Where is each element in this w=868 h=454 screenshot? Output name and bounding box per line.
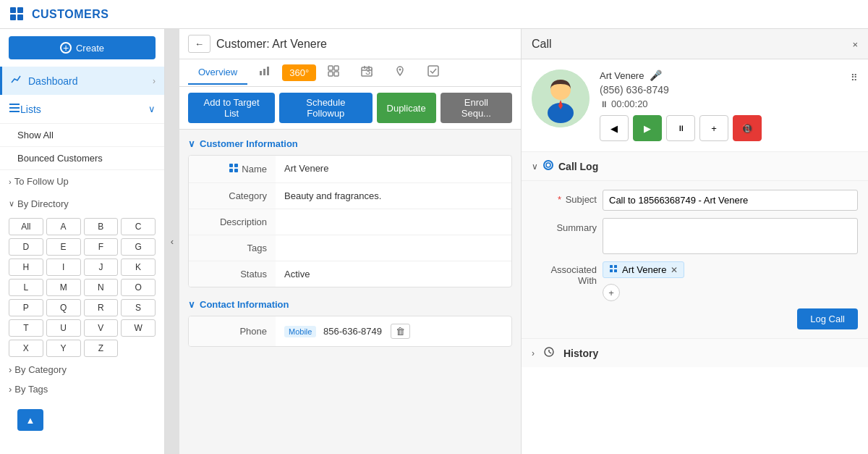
add-to-target-list-button[interactable]: Add to Target List	[188, 93, 275, 123]
detail-content: ∨ Customer Information Name Art Venere C…	[179, 130, 521, 454]
form-row-associated: Associated With Art Venere ✕	[532, 261, 858, 301]
log-call-button[interactable]: Log Call	[797, 308, 858, 329]
history-section[interactable]: › History	[522, 339, 868, 367]
dir-btn-k[interactable]: K	[121, 258, 156, 276]
subject-input[interactable]	[603, 190, 858, 211]
rewind-icon: ◀	[610, 123, 618, 134]
dir-btn-o[interactable]: O	[121, 279, 156, 296]
phone-type-badge: Mobile	[284, 326, 316, 337]
sidebar-item-bounced-customers[interactable]: Bounced Customers	[0, 147, 164, 170]
add-association-button[interactable]: +	[603, 284, 620, 301]
dir-btn-j[interactable]: J	[84, 258, 119, 276]
end-call-button[interactable]: 📵	[733, 115, 762, 141]
dir-btn-p[interactable]: P	[9, 299, 43, 316]
dir-btn-t[interactable]: T	[9, 319, 43, 337]
calendar-icon: 31	[361, 65, 373, 79]
caller-phone: (856) 636-8749	[600, 84, 841, 96]
back-button[interactable]: ←	[188, 35, 210, 53]
dir-btn-i[interactable]: I	[46, 258, 81, 276]
dir-btn-h[interactable]: H	[9, 258, 43, 276]
name-field-icon	[229, 163, 239, 175]
dir-btn-m[interactable]: M	[46, 279, 81, 296]
grid-options-button[interactable]: ⠿	[851, 70, 858, 85]
svg-rect-21	[229, 164, 233, 167]
sidebar-item-lists[interactable]: Lists ∨	[0, 95, 164, 124]
sidebar-collapse-button[interactable]: ‹	[165, 29, 179, 454]
dir-btn-v[interactable]: V	[84, 319, 119, 337]
sidebar-item-dashboard[interactable]: Dashboard ›	[0, 67, 164, 95]
dir-btn-q[interactable]: Q	[46, 299, 81, 316]
dir-btn-n[interactable]: N	[84, 279, 119, 296]
remove-tag-button[interactable]: ✕	[671, 265, 678, 275]
phone-delete-button[interactable]: 🗑	[391, 324, 410, 339]
dir-btn-c[interactable]: C	[121, 218, 156, 235]
dir-btn-z[interactable]: Z	[84, 340, 119, 357]
dir-btn-b[interactable]: B	[84, 218, 119, 235]
enroll-seq-label: Enroll Sequ...	[461, 97, 491, 119]
scroll-to-top-button[interactable]: ▲	[17, 409, 43, 431]
sidebar-section-to-follow-up[interactable]: › To Follow Up	[0, 170, 164, 193]
call-log-ring-icon	[542, 159, 554, 173]
dir-btn-s[interactable]: S	[121, 299, 156, 316]
contact-info-title: Contact Information	[200, 299, 289, 310]
svg-rect-0	[10, 7, 16, 13]
sidebar-section-by-directory[interactable]: ∨ By Directory	[0, 193, 164, 215]
category-label: Category	[189, 183, 276, 209]
name-label: Name	[189, 156, 276, 182]
dir-btn-w[interactable]: W	[121, 319, 156, 337]
dir-btn-d[interactable]: D	[9, 238, 43, 256]
call-log-title: Call Log	[558, 161, 598, 172]
dir-btn-r[interactable]: R	[84, 299, 119, 316]
microphone-icon: 🎤	[650, 70, 662, 81]
add-assoc-icon: +	[608, 287, 614, 298]
dir-btn-a[interactable]: A	[46, 218, 81, 235]
duplicate-button[interactable]: Duplicate	[377, 93, 436, 123]
tab-stats[interactable]	[249, 59, 281, 86]
by-tags-label: By Tags	[14, 384, 48, 395]
dir-btn-g[interactable]: G	[121, 238, 156, 256]
call-log-header[interactable]: ∨ Call Log	[522, 152, 868, 180]
svg-rect-32	[614, 265, 617, 268]
svg-rect-9	[267, 67, 269, 75]
dir-btn-x[interactable]: X	[9, 340, 43, 357]
contact-info-section-header[interactable]: ∨ Contact Information	[188, 299, 512, 310]
customer-info-section-header[interactable]: ∨ Customer Information	[188, 138, 512, 149]
enroll-sequence-button[interactable]: Enroll Sequ...	[441, 93, 512, 123]
svg-point-30	[546, 163, 550, 167]
play-button[interactable]: ▶	[633, 115, 662, 141]
dir-btn-f[interactable]: F	[84, 238, 119, 256]
chart-icon	[11, 74, 22, 88]
tab-calendar[interactable]: 31	[351, 59, 383, 86]
associated-label: Associated With	[532, 261, 597, 286]
equalizer-button[interactable]: ⏸	[666, 115, 695, 141]
rewind-button[interactable]: ◀	[600, 115, 629, 141]
svg-rect-10	[328, 66, 333, 70]
dir-btn-e[interactable]: E	[46, 238, 81, 256]
create-button[interactable]: + Create	[9, 36, 156, 59]
info-row-tags: Tags	[189, 235, 511, 261]
sidebar-section-by-tags[interactable]: › By Tags	[0, 379, 164, 399]
sidebar-section-by-category[interactable]: › By Category	[0, 360, 164, 379]
schedule-followup-button[interactable]: Schedule Followup	[279, 93, 372, 123]
tab-360[interactable]: 360°	[282, 64, 316, 81]
lists-chevron-icon: ∨	[148, 104, 156, 114]
call-log-toggle-icon: ∨	[532, 161, 538, 172]
dir-btn-u[interactable]: U	[46, 319, 81, 337]
sidebar-item-show-all[interactable]: Show All	[0, 124, 164, 147]
add-call-button[interactable]: +	[699, 115, 728, 141]
call-panel-close-button[interactable]: ×	[852, 36, 858, 51]
dir-btn-all[interactable]: All	[9, 218, 43, 235]
tab-grid[interactable]	[318, 59, 349, 86]
lists-label: Lists	[20, 104, 148, 115]
svg-rect-24	[234, 169, 238, 172]
tab-overview[interactable]: Overview	[188, 61, 247, 85]
plus-circle-icon: +	[60, 42, 72, 54]
summary-textarea[interactable]	[603, 218, 858, 254]
dir-btn-y[interactable]: Y	[46, 340, 81, 357]
tab-pin[interactable]	[384, 59, 416, 86]
info-row-phone: Phone Mobile 856-636-8749 🗑	[189, 316, 511, 346]
collapse-arrow-icon: ‹	[171, 236, 174, 247]
sidebar: + Create Dashboard › Lists ∨ Show All Bo…	[0, 29, 165, 454]
tab-check[interactable]	[417, 59, 449, 86]
dir-btn-l[interactable]: L	[9, 279, 43, 296]
